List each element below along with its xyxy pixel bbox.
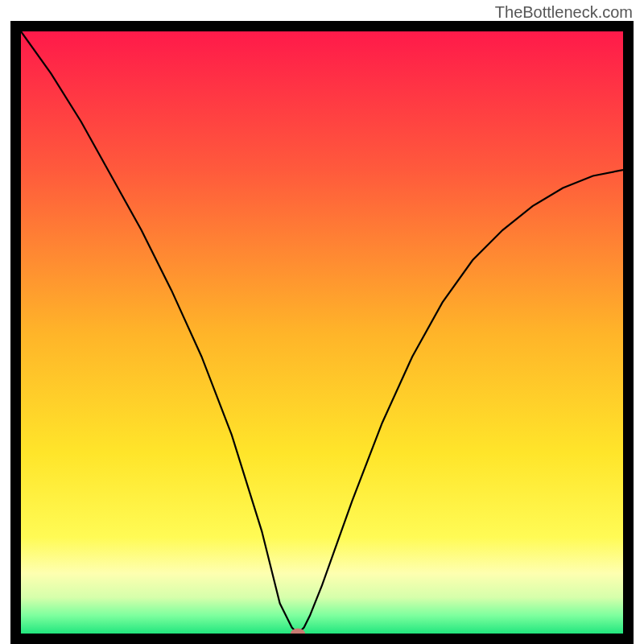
watermark-text: TheBottleneck.com	[495, 3, 633, 22]
plot-area	[21, 31, 623, 634]
chart-container: TheBottleneck.com	[0, 0, 644, 644]
plot-frame	[10, 21, 634, 644]
bottleneck-curve	[21, 31, 623, 634]
optimal-point-marker	[291, 629, 305, 634]
